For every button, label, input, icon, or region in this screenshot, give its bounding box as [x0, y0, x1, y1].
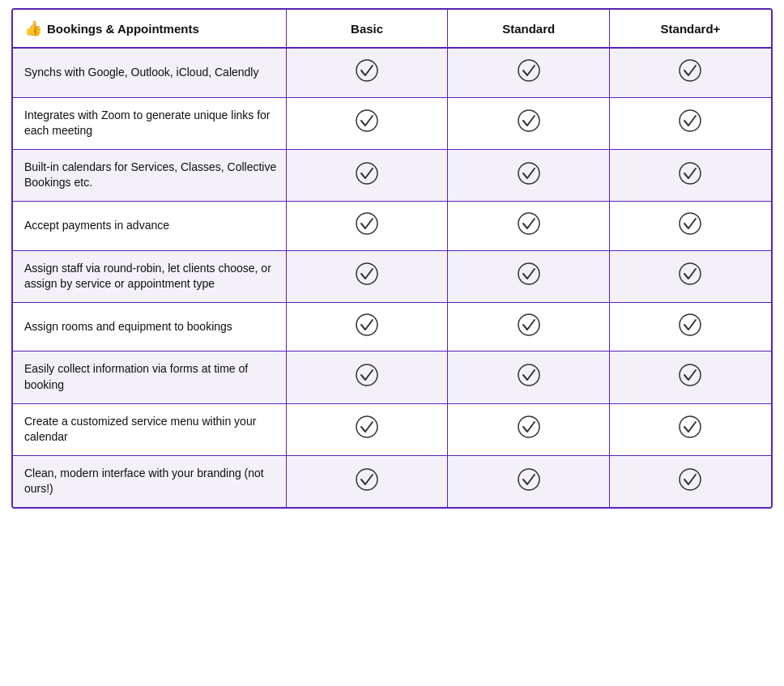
checkmark-icon: [355, 363, 379, 387]
table-row: Synchs with Google, Outlook, iCloud, Cal…: [13, 48, 771, 97]
feature-cell: Built-in calendars for Services, Classes…: [13, 149, 286, 201]
checkmark-icon: [355, 161, 379, 185]
check-cell-standard_plus: [609, 403, 771, 455]
svg-point-15: [356, 314, 377, 335]
comparison-table: 👍 Bookings & Appointments Basic Standard…: [11, 8, 773, 509]
svg-point-0: [356, 60, 377, 81]
check-cell-basic: [286, 201, 448, 250]
checkmark-icon: [355, 262, 379, 286]
checkmark-icon: [678, 211, 702, 236]
check-cell-standard: [448, 48, 610, 97]
svg-point-7: [518, 163, 539, 184]
table-row: Clean, modern interface with your brandi…: [13, 455, 771, 507]
check-cell-basic: [286, 455, 448, 507]
feature-cell: Create a customized service menu within …: [13, 403, 286, 455]
feature-cell: Synchs with Google, Outlook, iCloud, Cal…: [13, 48, 286, 97]
svg-point-21: [356, 416, 377, 437]
check-cell-basic: [286, 250, 448, 302]
checkmark-icon: [355, 58, 379, 83]
check-cell-standard: [448, 201, 610, 250]
svg-point-12: [356, 263, 377, 284]
checkmark-icon: [678, 363, 702, 387]
svg-point-10: [518, 213, 539, 234]
svg-point-6: [356, 163, 377, 184]
checkmark-icon: [355, 415, 379, 439]
svg-point-24: [356, 469, 377, 490]
section-header: 👍 Bookings & Appointments: [13, 10, 286, 48]
table-row: Assign rooms and equipment to bookings: [13, 302, 771, 352]
checkmark-icon: [678, 467, 702, 492]
table-row: Accept payments in advance: [13, 201, 771, 250]
feature-cell: Easily collect information via forms at …: [13, 352, 286, 403]
svg-point-9: [356, 213, 377, 234]
checkmark-icon: [678, 415, 702, 439]
check-cell-standard: [448, 97, 610, 149]
check-cell-standard_plus: [609, 149, 771, 201]
checkmark-icon: [678, 109, 702, 133]
checkmark-icon: [517, 161, 541, 185]
checkmark-icon: [355, 313, 379, 337]
checkmark-icon: [678, 58, 702, 83]
svg-point-3: [356, 110, 377, 131]
check-cell-standard: [448, 149, 610, 201]
checkmark-icon: [517, 58, 541, 83]
checkmark-icon: [355, 109, 379, 133]
checkmark-icon: [517, 467, 541, 492]
svg-point-5: [680, 110, 701, 131]
col-header-basic: Basic: [286, 10, 448, 48]
svg-point-26: [680, 469, 701, 490]
feature-cell: Assign rooms and equipment to bookings: [13, 302, 286, 352]
feature-cell: Accept payments in advance: [13, 201, 286, 250]
table-row: Integrates with Zoom to generate unique …: [13, 97, 771, 149]
checkmark-icon: [355, 211, 379, 236]
svg-point-17: [680, 314, 701, 335]
check-cell-standard: [448, 302, 610, 352]
checkmark-icon: [517, 109, 541, 133]
svg-point-22: [518, 416, 539, 437]
table-row: Easily collect information via forms at …: [13, 352, 771, 403]
checkmark-icon: [678, 161, 702, 185]
check-cell-basic: [286, 149, 448, 201]
svg-point-19: [518, 364, 539, 386]
table-header-row: 👍 Bookings & Appointments Basic Standard…: [13, 10, 771, 48]
section-title: Bookings & Appointments: [47, 22, 199, 36]
col-header-standard: Standard: [448, 10, 610, 48]
check-cell-standard_plus: [609, 455, 771, 507]
svg-point-14: [680, 263, 701, 284]
svg-point-2: [680, 60, 701, 81]
check-cell-basic: [286, 302, 448, 352]
checkmark-icon: [678, 313, 702, 337]
check-cell-basic: [286, 403, 448, 455]
checkmark-icon: [517, 313, 541, 337]
checkmark-icon: [517, 211, 541, 236]
svg-point-13: [518, 263, 539, 284]
checkmark-icon: [678, 262, 702, 286]
svg-point-18: [356, 364, 377, 386]
table-row: Create a customized service menu within …: [13, 403, 771, 455]
svg-point-8: [680, 163, 701, 184]
check-cell-standard: [448, 352, 610, 403]
svg-point-20: [680, 364, 701, 386]
table-row: Assign staff via round-robin, let client…: [13, 250, 771, 302]
check-cell-standard: [448, 403, 610, 455]
thumbs-up-icon: 👍: [24, 19, 42, 37]
check-cell-standard: [448, 250, 610, 302]
svg-point-11: [680, 213, 701, 234]
svg-point-1: [518, 60, 539, 81]
check-cell-basic: [286, 97, 448, 149]
table-row: Built-in calendars for Services, Classes…: [13, 149, 771, 201]
check-cell-standard_plus: [609, 352, 771, 403]
check-cell-standard: [448, 455, 610, 507]
checkmark-icon: [517, 363, 541, 387]
feature-cell: Clean, modern interface with your brandi…: [13, 455, 286, 507]
svg-point-23: [680, 416, 701, 437]
check-cell-basic: [286, 48, 448, 97]
check-cell-basic: [286, 352, 448, 403]
check-cell-standard_plus: [609, 48, 771, 97]
feature-cell: Integrates with Zoom to generate unique …: [13, 97, 286, 149]
check-cell-standard_plus: [609, 250, 771, 302]
svg-point-4: [518, 110, 539, 131]
checkmark-icon: [517, 262, 541, 286]
col-header-standard-plus: Standard+: [609, 10, 771, 48]
svg-point-25: [518, 469, 539, 490]
